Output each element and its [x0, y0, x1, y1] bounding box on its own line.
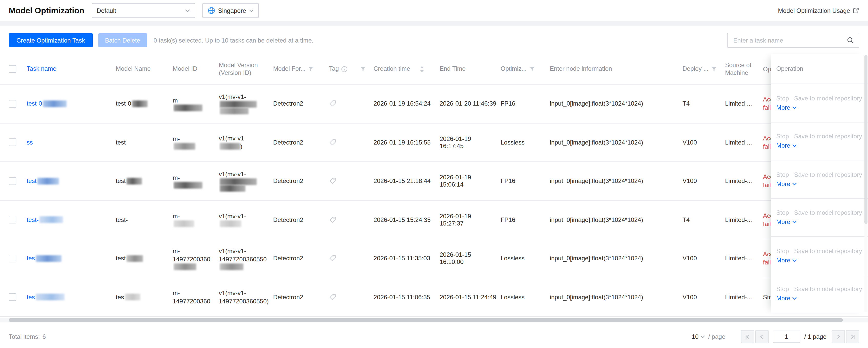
node-info-cell: input_0[image]:float(3*1024*1024) [550, 123, 683, 161]
model-format-cell: Detectron2 [273, 85, 329, 123]
row-checkbox[interactable] [9, 255, 17, 262]
model-name-cell: test-0 [116, 85, 173, 123]
node-info-cell: input_0[image]:float(3*1024*1024) [550, 201, 683, 239]
region-select-value: Singapore [218, 7, 246, 14]
batch-delete-button[interactable]: Batch Delete [98, 33, 147, 47]
info-icon[interactable] [342, 66, 348, 72]
model-version-cell: v1(mv-v1-14977200360550 [219, 239, 273, 278]
task-name-link[interactable]: ss [27, 123, 116, 161]
more-dropdown[interactable]: More [776, 295, 868, 302]
prev-page-button[interactable] [755, 330, 768, 343]
col-deploy: Deploy ... [683, 65, 708, 73]
row-checkbox[interactable] [9, 177, 17, 185]
creation-time-cell: 2026-01-19 16:15:55 [374, 123, 440, 161]
tag-icon[interactable] [329, 178, 336, 185]
col-source-of-machine-2: Machine [725, 69, 759, 76]
table-row: tes tes m-14977200360 v1(mv-v1-149772003… [0, 278, 868, 317]
sort-icon[interactable] [420, 66, 425, 72]
tag-icon[interactable] [329, 139, 336, 146]
more-dropdown[interactable]: More [776, 257, 868, 264]
next-page-button[interactable] [832, 330, 845, 343]
col-creation-time: Creation time [374, 65, 410, 73]
page-number-input[interactable] [772, 330, 800, 343]
more-dropdown[interactable]: More [776, 142, 868, 149]
vertical-scrollbar-thumb[interactable] [864, 55, 867, 224]
source-of-machine-cell: Limited-... [725, 201, 763, 239]
tag-icon[interactable] [329, 255, 336, 262]
first-page-icon [744, 334, 750, 340]
more-dropdown[interactable]: More [776, 219, 868, 226]
more-dropdown[interactable]: More [776, 104, 868, 111]
vertical-scrollbar[interactable] [864, 55, 867, 312]
save-to-repository-link[interactable]: Save to model repository [794, 171, 862, 178]
task-name-link[interactable]: test [27, 162, 116, 200]
more-dropdown[interactable]: More [776, 181, 868, 188]
select-all-checkbox[interactable] [9, 65, 17, 73]
chevron-right-icon [835, 334, 841, 340]
first-page-button[interactable] [741, 330, 754, 343]
stop-link[interactable]: Stop [776, 248, 789, 255]
row-checkbox[interactable] [9, 139, 17, 146]
stop-link[interactable]: Stop [776, 171, 789, 178]
table-row: test test m- v1(mv-v1- Detectron2 2026-0… [0, 162, 868, 201]
task-search [727, 33, 859, 48]
stop-link[interactable]: Stop [776, 95, 789, 102]
stop-link[interactable]: Stop [776, 209, 789, 217]
model-format-cell: Detectron2 [273, 239, 329, 278]
model-version-cell: v1(mv-v1-) [219, 123, 273, 161]
workspace-select[interactable]: Default [91, 3, 195, 18]
source-of-machine-cell: Limited-... [725, 85, 763, 123]
usage-link[interactable]: Model Optimization Usage [778, 7, 859, 14]
stop-link[interactable]: Stop [776, 133, 789, 140]
save-to-repository-link[interactable]: Save to model repository [794, 248, 862, 255]
search-icon[interactable] [846, 36, 854, 44]
model-optimization-page: Model Optimization Default Singapore Mod… [0, 0, 868, 348]
save-to-repository-link[interactable]: Save to model repository [794, 95, 862, 102]
external-link-icon [852, 7, 859, 14]
horizontal-scrollbar[interactable] [0, 318, 868, 322]
search-input[interactable] [732, 36, 846, 44]
task-name-link[interactable]: test- [27, 201, 116, 239]
col-model-id: Model ID [173, 65, 215, 73]
stop-link[interactable]: Stop [776, 286, 789, 293]
model-name-cell: tes [116, 278, 173, 316]
task-name-link[interactable]: test-0 [27, 85, 116, 123]
row-checkbox[interactable] [9, 293, 17, 301]
node-info-cell: input_0[image]:float(3*1024*1024) [550, 162, 683, 200]
top-bar: Model Optimization Default Singapore Mod… [0, 0, 868, 21]
model-format-cell: Detectron2 [273, 162, 329, 200]
model-format-cell: Detectron2 [273, 278, 329, 316]
total-items-value: 6 [42, 333, 45, 340]
task-name-link[interactable]: tes [27, 278, 116, 316]
filter-icon[interactable] [529, 66, 535, 72]
filter-icon[interactable] [308, 66, 314, 72]
create-task-button[interactable]: Create Optimization Task [9, 33, 93, 47]
save-to-repository-link[interactable]: Save to model repository [794, 133, 862, 140]
save-to-repository-link[interactable]: Save to model repository [794, 286, 862, 293]
tag-cell [329, 278, 374, 316]
horizontal-scrollbar-thumb[interactable] [9, 318, 843, 322]
deploy-cell: V100 [683, 239, 725, 278]
total-items-label: Total items: [9, 333, 40, 340]
chevron-down-icon [793, 144, 797, 147]
filter-icon[interactable] [711, 66, 717, 72]
table-footer: Total items: 6 10 / page / 1 page [0, 325, 868, 348]
optimization-cell: Lossless [501, 123, 550, 161]
row-checkbox[interactable] [9, 100, 17, 107]
chevron-down-icon [249, 9, 254, 12]
end-time-cell: 2026-01-19 15:27:37 [440, 201, 501, 239]
row-checkbox[interactable] [9, 216, 17, 224]
save-to-repository-link[interactable]: Save to model repository [794, 209, 862, 217]
col-source-of-machine: Source of [725, 61, 759, 69]
last-page-button[interactable] [846, 330, 859, 343]
task-name-link[interactable]: tes [27, 239, 116, 278]
optimization-cell: FP16 [501, 85, 550, 123]
region-select[interactable]: Singapore [202, 3, 259, 18]
filter-icon[interactable] [361, 66, 366, 72]
creation-time-cell: 2026-01-15 11:06:35 [374, 278, 440, 316]
tag-icon[interactable] [329, 216, 336, 223]
tag-icon[interactable] [329, 100, 336, 107]
page-size-select[interactable]: 10 [692, 333, 705, 340]
tag-icon[interactable] [329, 294, 336, 301]
optimization-cell: FP16 [501, 201, 550, 239]
